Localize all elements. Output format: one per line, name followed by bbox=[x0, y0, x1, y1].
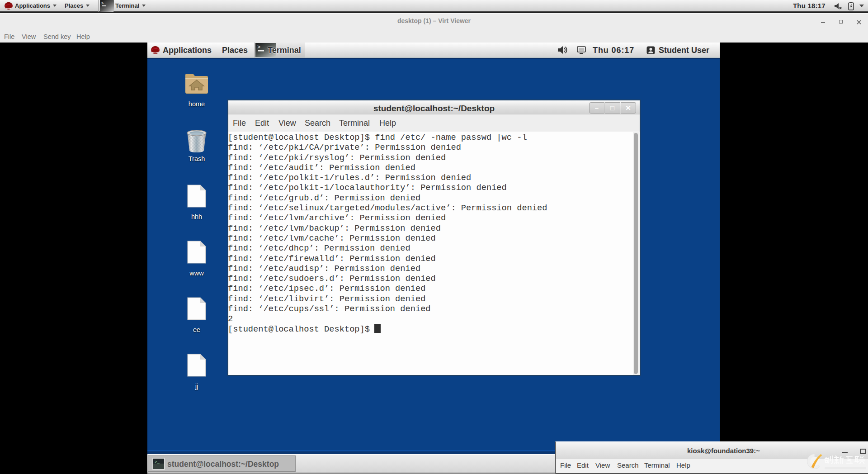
svg-text:>: > bbox=[101, 1, 104, 6]
svg-text:>: > bbox=[257, 44, 260, 51]
svg-text:>_: >_ bbox=[155, 460, 160, 465]
